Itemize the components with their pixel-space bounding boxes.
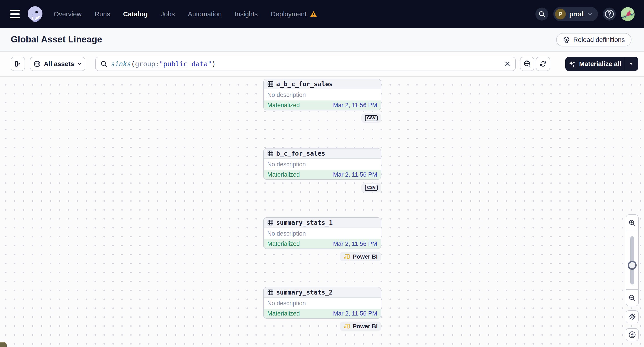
asset-card-header: summary_stats_1 — [264, 218, 381, 228]
asset-status-bar: Materialized Mar 2, 11:56 PM — [264, 170, 381, 179]
materialize-options-button[interactable] — [624, 57, 638, 71]
nav-item-jobs[interactable]: Jobs — [161, 10, 175, 18]
status-badge: Materialized — [267, 102, 300, 109]
download-icon — [628, 331, 636, 339]
kind-tag-label: Power BI — [353, 253, 378, 260]
asset-status-bar: Materialized Mar 2, 11:56 PM — [264, 239, 381, 249]
asset-node-summary-stats-2[interactable]: summary_stats_2 No description Materiali… — [263, 287, 381, 319]
asset-description: No description — [264, 89, 381, 100]
asset-name: summary_stats_2 — [276, 289, 333, 296]
materialization-timestamp[interactable]: Mar 2, 11:56 PM — [333, 102, 377, 109]
kind-tag-powerbi[interactable]: Power BI — [340, 252, 381, 261]
view-scope-button[interactable] — [520, 57, 534, 71]
zoom-slider-track[interactable] — [630, 236, 634, 285]
graph-settings-button[interactable] — [626, 310, 639, 323]
status-badge: Materialized — [267, 241, 300, 247]
asset-card-header: summary_stats_2 — [264, 287, 381, 298]
asset-description: No description — [264, 159, 381, 170]
warning-icon — [310, 11, 317, 17]
nav-item-deployment[interactable]: Deployment — [271, 10, 317, 18]
asset-status-bar: Materialized Mar 2, 11:56 PM — [264, 309, 381, 318]
zoom-out-button[interactable] — [626, 290, 638, 306]
reload-definitions-icon — [563, 36, 570, 43]
nav-item-runs[interactable]: Runs — [94, 10, 110, 18]
environment-initial: P — [555, 9, 566, 19]
search-icon — [100, 60, 107, 67]
asset-name: summary_stats_1 — [276, 219, 333, 226]
csv-icon: CSV — [365, 185, 378, 191]
gear-icon — [628, 313, 636, 321]
asset-card-header: a_b_c_for_sales — [264, 79, 381, 89]
kind-tag-label: Power BI — [353, 323, 378, 330]
zoom-out-icon — [628, 294, 636, 302]
asset-status-bar: Materialized Mar 2, 11:56 PM — [264, 100, 381, 110]
nav-items: Overview Runs Catalog Jobs Automation In… — [54, 0, 317, 28]
zoom-slider[interactable] — [626, 231, 638, 290]
status-badge: Materialized — [267, 310, 300, 317]
environment-name: prod — [569, 10, 584, 18]
asset-selection-input[interactable]: sinks(group:"public_data") — [95, 57, 516, 71]
page-title: Global Asset Lineage — [11, 34, 102, 44]
globe-plus-icon — [523, 60, 531, 68]
help-icon — [604, 9, 614, 19]
lineage-toolbar: All assets sinks(group:"public_data") — [0, 52, 644, 77]
nav-item-catalog[interactable]: Catalog — [123, 10, 148, 18]
asset-card-header: b_c_for_sales — [264, 148, 381, 159]
nav-item-automation[interactable]: Automation — [188, 10, 222, 18]
kind-tag-csv[interactable]: CSV — [361, 183, 381, 192]
environment-switcher[interactable]: P prod — [553, 7, 598, 21]
sparkles-icon — [568, 60, 576, 68]
zoom-slider-thumb[interactable] — [628, 261, 637, 270]
asset-node-b-c-for-sales[interactable]: b_c_for_sales No description Materialize… — [263, 148, 381, 180]
clear-query-button[interactable] — [504, 61, 510, 67]
refresh-icon — [540, 60, 546, 67]
download-image-button[interactable] — [626, 328, 639, 341]
zoom-in-icon — [628, 219, 636, 226]
page-header: Global Asset Lineage Reload definitions — [0, 28, 644, 52]
chevron-down-icon — [77, 62, 82, 65]
search-button[interactable] — [536, 7, 548, 20]
asset-node-a-b-c-for-sales[interactable]: a_b_c_for_sales No description Materiali… — [263, 79, 381, 110]
asset-description: No description — [264, 298, 381, 309]
status-badge: Materialized — [267, 171, 300, 178]
dagster-logo[interactable] — [26, 5, 44, 23]
materialization-timestamp[interactable]: Mar 2, 11:56 PM — [333, 171, 377, 178]
close-icon — [504, 61, 510, 67]
reload-definitions-button[interactable]: Reload definitions — [556, 33, 632, 46]
user-avatar[interactable] — [621, 7, 634, 21]
asset-name: b_c_for_sales — [276, 150, 325, 157]
minimap-corner — [0, 342, 7, 347]
hamburger-menu-icon[interactable] — [10, 10, 20, 18]
asset-scope-label: All assets — [44, 60, 74, 68]
expand-sidebar-button[interactable] — [11, 57, 25, 71]
nav-item-overview[interactable]: Overview — [54, 10, 82, 18]
chevron-down-icon — [629, 62, 634, 65]
powerbi-icon — [344, 323, 350, 330]
table-icon — [267, 220, 274, 226]
reload-definitions-label: Reload definitions — [573, 36, 625, 43]
asset-scope-dropdown[interactable]: All assets — [30, 57, 85, 71]
panel-expand-icon — [14, 60, 21, 67]
globe-icon — [34, 60, 41, 67]
asset-node-summary-stats-1[interactable]: summary_stats_1 No description Materiali… — [263, 217, 381, 249]
zoom-in-button[interactable] — [626, 215, 638, 231]
nav-item-insights[interactable]: Insights — [235, 10, 258, 18]
materialization-timestamp[interactable]: Mar 2, 11:56 PM — [333, 310, 377, 317]
materialize-all-label: Materialize all — [579, 60, 622, 68]
powerbi-icon — [344, 253, 350, 260]
materialize-all-button[interactable]: Materialize all — [565, 57, 624, 71]
table-icon — [267, 150, 274, 157]
csv-icon: CSV — [365, 115, 378, 121]
kind-tag-csv[interactable]: CSV — [361, 113, 381, 123]
table-icon — [267, 289, 274, 296]
materialize-all-split-button: Materialize all — [565, 57, 638, 71]
refresh-button[interactable] — [536, 57, 550, 71]
chevron-down-icon — [587, 12, 592, 16]
zoom-controls — [626, 214, 639, 306]
kind-tag-powerbi[interactable]: Power BI — [340, 322, 381, 331]
table-icon — [267, 81, 274, 87]
help-button[interactable] — [603, 7, 616, 20]
materialization-timestamp[interactable]: Mar 2, 11:56 PM — [333, 241, 377, 247]
nav-right-cluster: P prod — [536, 0, 634, 28]
asset-description: No description — [264, 228, 381, 239]
